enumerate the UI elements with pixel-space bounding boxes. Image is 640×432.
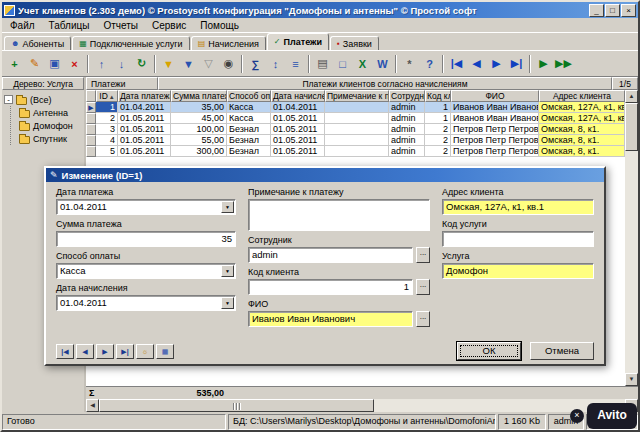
column-header-7[interactable]: Код клиента	[425, 90, 451, 102]
payments-tab-icon: ✓	[274, 38, 281, 46]
export-word-icon[interactable]: W	[373, 54, 392, 73]
payment-note-input[interactable]	[248, 199, 430, 231]
column-header-5[interactable]: Примечание к платежу	[325, 90, 389, 102]
horizontal-scrollbar[interactable]: ◀ ▶	[86, 399, 638, 412]
column-header-1[interactable]: Дата платежа	[118, 90, 171, 102]
help-icon[interactable]: ?	[420, 54, 439, 73]
tab-accruals[interactable]: ▤Начисления	[191, 36, 266, 50]
close-button[interactable]: ×	[621, 4, 636, 17]
cell	[325, 113, 389, 124]
menu-item-service[interactable]: Сервис	[145, 19, 193, 32]
edit-record-icon[interactable]: ✎	[25, 54, 44, 73]
move-down-icon[interactable]: ↓	[112, 54, 131, 73]
service-code-input[interactable]	[442, 231, 594, 247]
client-code-input[interactable]: 1	[248, 279, 413, 295]
table-row[interactable]: 401.05.201155,00Безнал01.05.2011admin2Пе…	[86, 135, 625, 146]
run-all-icon[interactable]: ▶▶	[554, 54, 573, 73]
preview-icon[interactable]: □	[333, 54, 352, 73]
move-up-icon[interactable]: ↑	[92, 54, 111, 73]
watermark-close-icon[interactable]: ×	[570, 409, 584, 423]
settings-icon[interactable]: *	[400, 54, 419, 73]
payment-amount-input[interactable]: 35	[56, 231, 236, 247]
client-code-lookup-button[interactable]: ...	[416, 279, 430, 295]
menu-item-tables[interactable]: Таблицы	[42, 19, 97, 32]
minimize-button[interactable]: _	[589, 4, 604, 17]
dialog-next-record-button[interactable]: ▶	[96, 344, 114, 359]
table-row[interactable]: 301.05.2011100,00Безнал01.05.2011admin2П…	[86, 124, 625, 135]
client-name-input[interactable]: Иванов Иван Иванович	[248, 311, 413, 327]
accrual-date-dropdown-icon[interactable]: ▼	[221, 297, 234, 309]
payment-date-input[interactable]: 01.04.2011▼	[56, 199, 236, 215]
service-input[interactable]: Домофон	[442, 263, 594, 279]
print-icon[interactable]: ▤	[313, 54, 332, 73]
dialog-prev-record-button[interactable]: ◀	[76, 344, 94, 359]
tree-item-domofon[interactable]: Домофон	[19, 119, 82, 132]
payment-method-dropdown-icon[interactable]: ▼	[221, 265, 234, 277]
last-record-icon[interactable]: ▶|	[507, 54, 526, 73]
sum-icon[interactable]: ∑	[246, 54, 265, 73]
cell: 01.05.2011	[118, 146, 171, 157]
scroll-down-icon[interactable]: ▼	[625, 373, 638, 386]
dialog-last-record-button[interactable]: ▶|	[116, 344, 134, 359]
column-header-8[interactable]: ФИО	[451, 90, 539, 102]
table-row[interactable]: 501.05.2011300,00Безнал01.05.2011admin2П…	[86, 146, 625, 157]
tree-root-item[interactable]: - (Все)	[4, 93, 82, 106]
menu-item-file[interactable]: Файл	[3, 19, 42, 32]
prev-record-icon[interactable]: ◀	[467, 54, 486, 73]
menu-item-reports[interactable]: Отчеты	[96, 19, 145, 32]
tree-item-antenna[interactable]: Антенна	[19, 106, 82, 119]
cancel-button[interactable]: Отмена	[530, 342, 594, 360]
cell: 2	[425, 124, 451, 135]
accrual-date-input[interactable]: 01.04.2011▼	[56, 295, 236, 311]
maximize-button[interactable]: □	[605, 4, 620, 17]
tab-requests[interactable]: ▪Заявки	[330, 36, 379, 50]
scroll-up-icon[interactable]: ▲	[625, 90, 638, 103]
payment-date-dropdown-icon[interactable]: ▼	[221, 201, 234, 213]
payment-method-input[interactable]: Касса▼	[56, 263, 236, 279]
vertical-scrollbar[interactable]: ▲ ▼	[625, 90, 638, 386]
scroll-left-icon[interactable]: ◀	[86, 399, 99, 412]
filter-selection-icon[interactable]: ▼	[179, 54, 198, 73]
column-header-3[interactable]: Способ оплаты	[227, 90, 271, 102]
group-icon[interactable]: ≡	[286, 54, 305, 73]
client-name-lookup-button[interactable]: ...	[416, 311, 430, 327]
dialog-grid-button[interactable]: ▦	[156, 344, 174, 359]
search-icon[interactable]: ◉	[219, 54, 238, 73]
sort-icon[interactable]: ↕	[266, 54, 285, 73]
delete-record-icon[interactable]: ×	[65, 54, 84, 73]
run-icon[interactable]: ▶	[534, 54, 553, 73]
refresh-icon[interactable]: ↻	[132, 54, 151, 73]
menu-item-help[interactable]: Помощь	[193, 19, 246, 32]
table-row[interactable]: ▶101.04.201135,00Касса01.04.2011admin1Ив…	[86, 102, 625, 113]
export-excel-icon[interactable]: X	[353, 54, 372, 73]
column-header-4[interactable]: Дата начисления	[271, 90, 325, 102]
dialog-refresh-button[interactable]: ☼	[136, 344, 154, 359]
add-record-icon[interactable]: +	[5, 54, 24, 73]
tree-item-sputnik[interactable]: Спутник	[19, 132, 82, 145]
cell: 1	[96, 102, 118, 113]
first-record-icon[interactable]: |◀	[447, 54, 466, 73]
filter-icon[interactable]: ▼	[159, 54, 178, 73]
tab-subscribers[interactable]: ☻Абоненты	[4, 36, 71, 50]
column-header-6[interactable]: Сотрудник	[389, 90, 425, 102]
clear-filter-icon[interactable]: ▽	[199, 54, 218, 73]
tab-connected-services[interactable]: ▦Подключенные услуги	[72, 36, 190, 50]
dialog-first-record-button[interactable]: |◀	[56, 344, 74, 359]
horizontal-scroll-thumb[interactable]	[99, 399, 374, 412]
table-row[interactable]: 201.05.201145,00Касса01.05.2011admin1Ива…	[86, 113, 625, 124]
column-header-9[interactable]: Адрес клиента	[539, 90, 625, 102]
next-record-icon[interactable]: ▶	[487, 54, 506, 73]
dialog-title-bar[interactable]: ✎ Изменение (ID=1)	[46, 168, 604, 182]
tab-payments[interactable]: ✓Платежи	[267, 33, 329, 50]
copy-record-icon[interactable]: ▣	[45, 54, 64, 73]
employee-input[interactable]: admin	[248, 247, 413, 263]
tree-expander-icon[interactable]: -	[4, 95, 13, 104]
employee-lookup-button[interactable]: ...	[416, 247, 430, 263]
column-header-2[interactable]: Сумма платежа	[171, 90, 227, 102]
title-bar[interactable]: Учет клиентов (2.303 демо) © Prostoysoft…	[2, 2, 638, 18]
column-header-0[interactable]: ID▲	[96, 90, 118, 102]
client-address-input[interactable]: Омская, 127А, к1, кв.1	[442, 199, 594, 215]
ok-button[interactable]: ОК	[457, 342, 521, 360]
cell: Касса	[227, 102, 271, 113]
vertical-scroll-thumb[interactable]	[625, 103, 638, 151]
